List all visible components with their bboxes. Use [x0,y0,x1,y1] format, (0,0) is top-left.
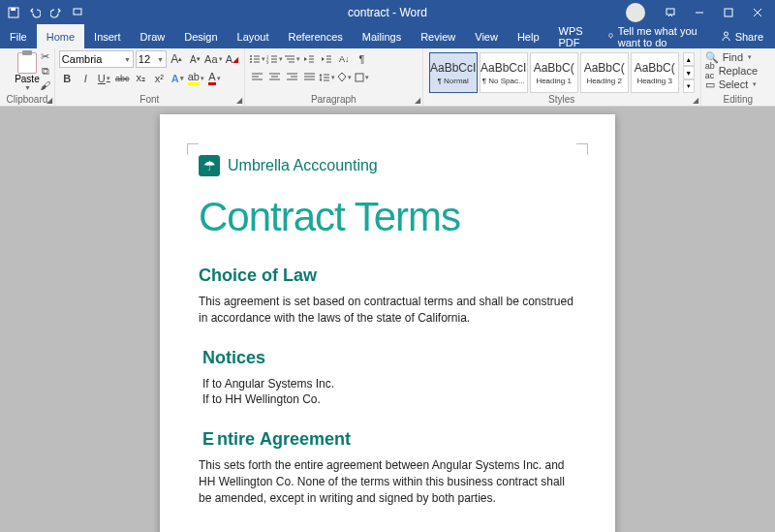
bullets-button[interactable]: ▾ [249,50,265,67]
shrink-font-button[interactable]: A▾ [187,51,203,68]
align-right-button[interactable] [284,69,300,85]
lightbulb-icon [607,31,614,42]
style-item-1[interactable]: AaBbCcI¶ No Spac... [480,52,528,93]
tab-design[interactable]: Design [174,24,227,48]
select-icon: ▭ [705,78,715,91]
close-button[interactable] [744,3,771,22]
svg-text:3: 3 [266,60,269,64]
find-button[interactable]: 🔍Find▾ [705,50,771,64]
tab-home[interactable]: Home [37,24,84,48]
font-size-value: 12 [139,53,150,65]
highlight-color-button[interactable]: ab▾ [188,70,204,86]
tab-draw[interactable]: Draw [131,24,175,48]
margin-mark-tr [576,143,588,155]
style-item-4[interactable]: AaBbC(Heading 3 [631,52,679,93]
tab-mailings[interactable]: Mailings [353,24,411,48]
tab-insert[interactable]: Insert [84,24,131,48]
minimize-button[interactable] [686,3,713,22]
styles-launcher[interactable]: ◢ [693,96,698,105]
group-label-styles: Styles [423,93,700,106]
styles-expand[interactable]: ▾ [683,79,695,93]
style-item-2[interactable]: AaBbC(Heading 1 [530,52,578,93]
underline-button[interactable]: U▾ [96,70,112,86]
svg-rect-2 [74,9,81,15]
paragraph-launcher[interactable]: ◢ [415,96,420,105]
tab-wps-pdf[interactable]: WPS PDF [549,24,600,48]
subscript-button[interactable]: x₂ [133,70,149,86]
svg-point-13 [250,58,252,60]
tab-file[interactable]: File [0,24,37,48]
bold-button[interactable]: B [59,70,76,86]
tab-references[interactable]: References [279,24,353,48]
font-size-combo[interactable]: 12▼ [136,50,167,68]
multilevel-list-button[interactable]: ▾ [284,50,300,67]
paragraph-notices: If to Angular Systems Inc. If to HH Well… [202,376,576,409]
numbering-button[interactable]: 123▾ [266,50,283,67]
style-preview: AaBbCcI [480,61,526,75]
share-button[interactable]: Share [709,24,775,48]
select-label: Select [719,78,749,90]
style-preview: AaBbC( [534,61,574,75]
italic-button[interactable]: I [78,70,94,86]
tab-help[interactable]: Help [508,24,549,48]
font-launcher[interactable]: ◢ [236,96,242,105]
user-avatar[interactable] [626,3,645,22]
borders-button[interactable]: ▾ [354,69,370,85]
font-family-combo[interactable]: Cambria▼ [59,50,134,68]
superscript-button[interactable]: x² [151,70,168,86]
svg-rect-3 [666,9,674,15]
font-color-button[interactable]: A▾ [206,70,223,86]
undo-button[interactable] [25,3,45,22]
style-preview: AaBbCcI [430,61,476,75]
svg-rect-48 [356,74,363,81]
document-canvas[interactable]: ☂ Umbrella Acccounting Contract Terms Ch… [0,107,775,532]
styles-scroll-down[interactable]: ▼ [683,66,695,79]
svg-point-10 [724,32,728,36]
tell-me-search[interactable]: Tell me what you want to do [600,24,709,48]
select-button[interactable]: ▭Select▾ [705,78,771,91]
decrease-indent-button[interactable] [301,50,318,67]
line-spacing-button[interactable]: ▾ [319,69,335,85]
replace-button[interactable]: abacReplace [705,64,771,78]
save-button[interactable] [4,3,23,22]
change-case-button[interactable]: Aa▾ [205,51,222,68]
svg-text:2: 2 [266,57,269,62]
tab-review[interactable]: Review [411,24,465,48]
clipboard-launcher[interactable]: ◢ [46,96,52,105]
style-item-3[interactable]: AaBbC(Heading 2 [580,52,629,93]
styles-gallery: AaBbCcI¶ NormalAaBbCcI¶ No Spac...AaBbC(… [427,50,697,95]
tab-view[interactable]: View [465,24,508,48]
tab-layout[interactable]: Layout [228,24,279,48]
format-painter-button[interactable]: 🖌 [39,79,52,91]
text-effects-button[interactable]: A▾ [170,70,186,86]
cut-button[interactable]: ✂ [39,50,52,62]
group-editing: 🔍Find▾ abacReplace ▭Select▾ Editing [701,48,775,106]
heading-choice-of-law: Choice of Law [199,266,576,286]
sort-button[interactable]: A↓ [336,50,353,67]
svg-line-6 [754,9,761,16]
find-label: Find [723,51,743,63]
justify-button[interactable] [301,69,318,85]
document-page[interactable]: ☂ Umbrella Acccounting Contract Terms Ch… [160,114,615,532]
align-left-button[interactable] [249,69,265,85]
strikethrough-button[interactable]: abc [114,70,131,86]
align-center-button[interactable] [266,69,283,85]
increase-indent-button[interactable] [319,50,335,67]
svg-point-8 [608,34,612,38]
style-item-0[interactable]: AaBbCcI¶ Normal [429,52,478,93]
copy-button[interactable]: ⧉ [39,65,52,77]
shading-button[interactable]: ▾ [336,69,353,85]
customize-qat-button[interactable] [68,3,87,22]
clear-formatting-button[interactable]: A◢ [224,51,240,68]
styles-scroll-up[interactable]: ▲ [683,52,695,66]
grow-font-button[interactable]: A▴ [169,51,185,68]
margin-mark-tl [187,143,199,155]
window-controls [626,3,771,22]
svg-text:1: 1 [266,54,269,59]
maximize-button[interactable] [715,3,742,22]
ribbon-options-button[interactable] [657,3,684,22]
redo-button[interactable] [46,3,66,22]
show-marks-button[interactable]: ¶ [354,50,370,67]
paste-icon [17,52,37,74]
window-title: contract - Word [348,6,427,19]
